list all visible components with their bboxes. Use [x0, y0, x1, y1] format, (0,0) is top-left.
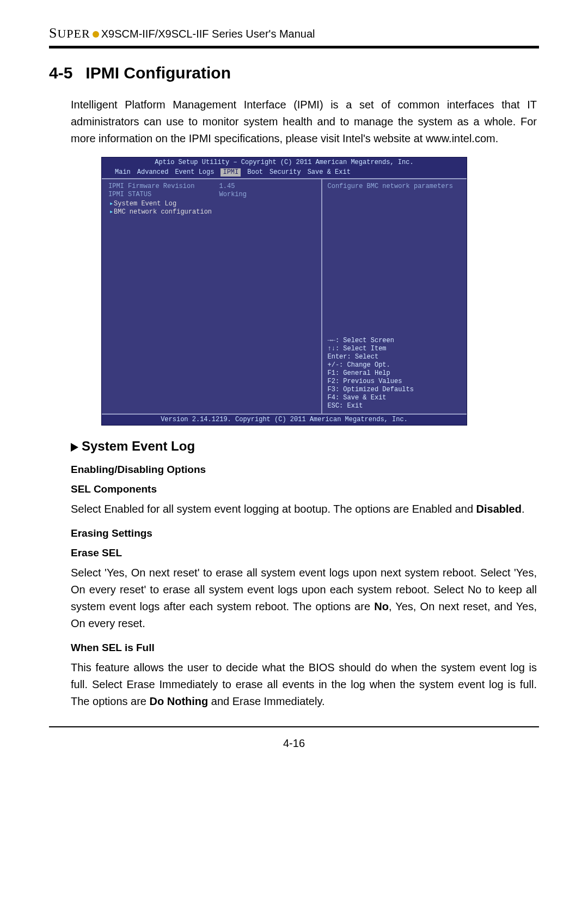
- section-number: 4-5: [49, 64, 72, 82]
- brand-logo: SSUPERUPER: [49, 25, 90, 41]
- option-group-heading: Enabling/Disabling Options: [71, 464, 537, 476]
- section-heading: 4-5IPMI Configuration: [49, 64, 539, 82]
- manual-title: X9SCM-IIF/X9SCL-IIF Series User's Manual: [101, 28, 315, 40]
- bios-menu-advanced[interactable]: Advanced: [137, 168, 169, 177]
- bios-info-row: IPMI STATUS Working: [108, 191, 316, 199]
- bios-key-line: ESC: Exit: [328, 402, 461, 410]
- triangle-right-icon: ▸: [109, 208, 113, 216]
- option-name: SEL Components: [71, 483, 537, 495]
- bios-submenu-sel[interactable]: System Event Log: [114, 200, 176, 208]
- page-number: 4-16: [49, 737, 539, 750]
- option-name: When SEL is Full: [71, 642, 537, 654]
- bios-menu-security[interactable]: Security: [270, 168, 301, 177]
- bios-left-panel: IPMI Firmware Revision 1.45 IPMI STATUS …: [102, 179, 322, 414]
- bios-menu-boot[interactable]: Boot: [247, 168, 263, 177]
- triangle-right-icon: ▸: [109, 200, 113, 208]
- bios-help-text: Configure BMC network parameters: [328, 183, 461, 191]
- bios-key-line: F1: General Help: [328, 369, 461, 378]
- bios-firmware-value: 1.45: [219, 183, 316, 191]
- subsection-heading: System Event Log: [71, 439, 537, 454]
- bios-key-line: F3: Optimized Defaults: [328, 386, 461, 394]
- header-rule: [49, 46, 539, 48]
- brand-dot-icon: [93, 31, 99, 38]
- bios-menu-ipmi[interactable]: IPMI: [220, 168, 241, 177]
- section-intro: Intelligent Platform Management Interfac…: [71, 96, 537, 147]
- bios-screenshot: Aptio Setup Utility – Copyright (C) 2011…: [101, 157, 466, 426]
- bios-status-label: IPMI STATUS: [108, 191, 219, 199]
- bios-key-line: Enter: Select: [328, 353, 461, 361]
- default-option: Disabled: [476, 503, 522, 515]
- bios-menu-bar: Main Advanced Event Logs IPMI Boot Secur…: [102, 168, 467, 178]
- bios-key-line: +/-: Change Opt.: [328, 361, 461, 369]
- footer-rule: [49, 726, 539, 727]
- default-option: No: [374, 600, 389, 612]
- subsection-title: System Event Log: [82, 439, 195, 453]
- bios-firmware-label: IPMI Firmware Revision: [108, 183, 219, 191]
- option-description: Select Enabled for all system event logg…: [71, 501, 537, 518]
- bios-version-bar: Version 2.14.1219. Copyright (C) 2011 Am…: [102, 415, 467, 425]
- bios-key-help: →←: Select Screen ↑↓: Select Item Enter:…: [328, 337, 461, 410]
- manual-page: SSUPERUPER X9SCM-IIF/X9SCL-IIF Series Us…: [0, 0, 588, 899]
- bios-menu-main[interactable]: Main: [115, 168, 131, 177]
- bios-key-line: F4: Save & Exit: [328, 394, 461, 402]
- bios-info-row: IPMI Firmware Revision 1.45: [108, 183, 316, 191]
- option-group-heading: Erasing Settings: [71, 527, 537, 539]
- triangle-right-icon: [71, 443, 78, 452]
- option-description: This feature allows the user to decide w…: [71, 659, 537, 710]
- bios-title-bar: Aptio Setup Utility – Copyright (C) 2011…: [102, 157, 467, 168]
- default-option: Do Nothing: [150, 695, 209, 707]
- bios-right-panel: Configure BMC network parameters →←: Sel…: [322, 179, 467, 414]
- bios-submenu-bmc[interactable]: BMC network configuration: [114, 208, 212, 216]
- option-description: Select 'Yes, On next reset' to erase all…: [71, 564, 537, 632]
- bios-key-line: →←: Select Screen: [328, 337, 461, 345]
- bios-menu-saveexit[interactable]: Save & Exit: [308, 168, 351, 177]
- bios-key-line: F2: Previous Values: [328, 378, 461, 386]
- bios-menu-eventlogs[interactable]: Event Logs: [175, 168, 214, 177]
- option-name: Erase SEL: [71, 547, 537, 559]
- bios-key-line: ↑↓: Select Item: [328, 345, 461, 353]
- section-title: IPMI Configuration: [85, 64, 231, 82]
- bios-status-value: Working: [219, 191, 316, 199]
- page-header: SSUPERUPER X9SCM-IIF/X9SCL-IIF Series Us…: [49, 25, 539, 41]
